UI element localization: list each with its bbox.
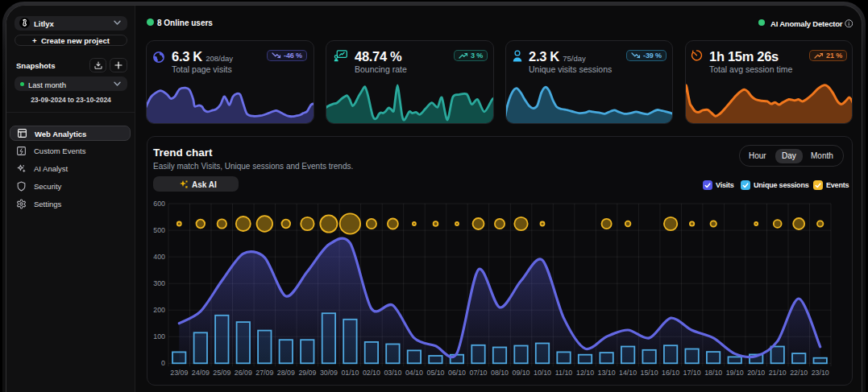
svg-text:18/10: 18/10 bbox=[704, 369, 722, 377]
svg-text:200: 200 bbox=[153, 306, 165, 314]
svg-text:11/10: 11/10 bbox=[555, 369, 572, 377]
svg-text:23/09: 23/09 bbox=[170, 369, 188, 377]
svg-text:01/10: 01/10 bbox=[341, 369, 359, 377]
svg-text:29/09: 29/09 bbox=[298, 369, 316, 377]
svg-text:10/10: 10/10 bbox=[534, 369, 551, 377]
svg-text:20/10: 20/10 bbox=[747, 369, 765, 377]
svg-text:21/10: 21/10 bbox=[769, 369, 787, 377]
svg-text:400: 400 bbox=[153, 253, 165, 261]
svg-text:27/09: 27/09 bbox=[255, 369, 273, 377]
svg-text:08/10: 08/10 bbox=[491, 369, 509, 377]
svg-text:03/10: 03/10 bbox=[384, 369, 401, 377]
svg-text:14/10: 14/10 bbox=[619, 369, 637, 377]
svg-text:30/09: 30/09 bbox=[320, 369, 338, 377]
svg-text:23/10: 23/10 bbox=[812, 369, 829, 377]
svg-text:24/09: 24/09 bbox=[192, 369, 210, 377]
svg-text:0: 0 bbox=[161, 359, 165, 367]
svg-text:22/10: 22/10 bbox=[790, 369, 808, 377]
svg-text:100: 100 bbox=[153, 332, 165, 340]
svg-text:28/09: 28/09 bbox=[277, 369, 295, 377]
svg-text:15/10: 15/10 bbox=[641, 369, 658, 377]
svg-text:300: 300 bbox=[153, 279, 165, 287]
svg-text:500: 500 bbox=[153, 226, 165, 234]
svg-text:26/09: 26/09 bbox=[235, 369, 252, 377]
svg-text:16/10: 16/10 bbox=[662, 369, 679, 377]
svg-text:09/10: 09/10 bbox=[512, 369, 530, 377]
svg-text:07/10: 07/10 bbox=[469, 369, 487, 377]
svg-text:06/10: 06/10 bbox=[448, 369, 466, 377]
svg-text:12/10: 12/10 bbox=[576, 369, 594, 377]
svg-text:13/10: 13/10 bbox=[598, 369, 616, 377]
svg-text:17/10: 17/10 bbox=[683, 369, 701, 377]
svg-text:02/10: 02/10 bbox=[363, 369, 380, 377]
svg-text:19/10: 19/10 bbox=[726, 369, 744, 377]
svg-text:600: 600 bbox=[153, 200, 165, 208]
svg-text:25/09: 25/09 bbox=[213, 369, 230, 377]
svg-text:04/10: 04/10 bbox=[405, 369, 423, 377]
svg-text:05/10: 05/10 bbox=[426, 369, 444, 377]
